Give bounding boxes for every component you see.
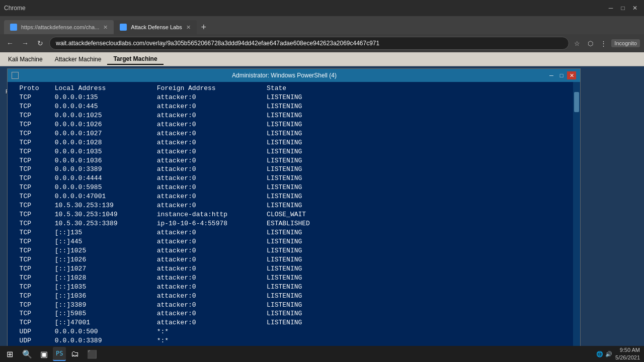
title-bar: Chrome ─ □ ✕: [0, 0, 644, 16]
powershell-taskbar-item[interactable]: PS: [53, 347, 66, 361]
tab-2-close[interactable]: ✕: [186, 24, 191, 31]
ps-close-button[interactable]: ✕: [567, 71, 576, 79]
ps-maximize-button[interactable]: □: [557, 71, 566, 79]
tab-1-favicon: [10, 24, 17, 31]
tab-2-favicon: [120, 24, 127, 31]
ps-minimize-button[interactable]: ─: [547, 71, 556, 79]
attacker-machine-tab[interactable]: Attacker Machine: [49, 54, 108, 65]
minimize-button[interactable]: ─: [606, 3, 616, 13]
browser-icons: ☆ ⬡ ⋮ Incognito: [572, 38, 640, 48]
maximize-button[interactable]: □: [618, 3, 628, 13]
desktop: 🗑 Recycle Bin 📄 backdoor Administrator: …: [0, 66, 644, 362]
bookmark-icon[interactable]: ☆: [572, 38, 582, 48]
machine-tabs: Kali Machine Attacker Machine Target Mac…: [0, 52, 644, 66]
ps-controls: ─ □ ✕: [547, 71, 576, 79]
address-bar-row: ← → ↻ ☆ ⬡ ⋮ Incognito: [0, 34, 644, 52]
taskbar: ⊞ 🔍 ▣ PS 🗂 ⬛ 🌐 🔊 9:50 AM 5/26/2021: [0, 346, 644, 362]
file-explorer-taskbar[interactable]: 🗂: [68, 347, 82, 361]
taskbar-time-display: 9:50 AM: [615, 346, 640, 354]
ps-scroll-thumb: [574, 92, 579, 112]
settings-icon[interactable]: ⋮: [598, 38, 608, 48]
system-tray-icons: 🌐 🔊: [596, 351, 612, 357]
close-button[interactable]: ✕: [630, 3, 640, 13]
ps-output: Proto Local Address Foreign Address Stat…: [12, 84, 578, 362]
cmd-taskbar[interactable]: ⬛: [84, 347, 100, 361]
browser-chrome: Chrome ─ □ ✕ https://attackdefense.com/c…: [0, 0, 644, 52]
tab-2[interactable]: Attack Defense Labs ✕: [114, 20, 197, 34]
ps-app-icon: [12, 72, 19, 79]
ps-title-text: Administrator: Windows PowerShell (4): [22, 72, 547, 79]
taskbar-right: 🌐 🔊 9:50 AM 5/26/2021: [596, 346, 642, 362]
search-taskbar-icon[interactable]: 🔍: [19, 347, 35, 361]
browser-title: Chrome: [4, 5, 26, 12]
incognito-badge: Incognito: [611, 39, 640, 47]
forward-button[interactable]: →: [19, 37, 31, 49]
tab-2-label: Attack Defense Labs: [131, 24, 182, 30]
target-machine-tab[interactable]: Target Machine: [107, 54, 163, 65]
tab-1-close[interactable]: ✕: [103, 24, 108, 31]
powershell-window: Administrator: Windows PowerShell (4) ─ …: [7, 68, 581, 362]
tab-bar: https://attackdefense.com/cha... ✕ Attac…: [0, 16, 644, 34]
volume-icon: 🔊: [605, 351, 612, 357]
refresh-button[interactable]: ↻: [34, 37, 46, 49]
address-input[interactable]: [49, 37, 569, 50]
back-button[interactable]: ←: [4, 37, 16, 49]
taskbar-date-display: 5/26/2021: [615, 354, 640, 361]
powershell-taskbar-label: PS: [56, 350, 63, 357]
ps-content: Proto Local Address Foreign Address Stat…: [8, 82, 580, 362]
network-icon: 🌐: [596, 351, 603, 357]
title-bar-controls: ─ □ ✕: [606, 3, 640, 13]
ps-scrollbar[interactable]: [573, 82, 580, 362]
tab-1[interactable]: https://attackdefense.com/cha... ✕: [4, 20, 114, 34]
tab-1-label: https://attackdefense.com/cha...: [21, 24, 99, 30]
task-view-button[interactable]: ▣: [37, 347, 51, 361]
ps-title-bar: Administrator: Windows PowerShell (4) ─ …: [8, 69, 580, 82]
extensions-icon[interactable]: ⬡: [585, 38, 595, 48]
taskbar-clock: 9:50 AM 5/26/2021: [615, 346, 640, 362]
new-tab-button[interactable]: +: [197, 20, 211, 34]
start-button[interactable]: ⊞: [2, 347, 17, 361]
kali-machine-tab[interactable]: Kali Machine: [2, 54, 49, 65]
